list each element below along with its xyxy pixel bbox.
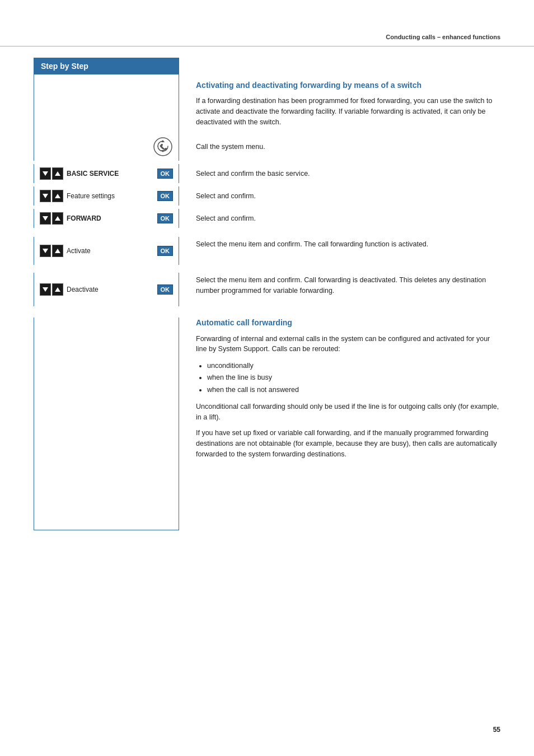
svg-marker-5 (43, 194, 48, 198)
table-row: Activate OK Select the menu item and con… (34, 237, 500, 265)
svg-marker-9 (43, 249, 48, 253)
basic-service-ok[interactable]: OK (157, 169, 174, 179)
paragraph1: Unconditional call forwarding should onl… (196, 402, 500, 423)
table-row: FORWARD OK Select and confirm. (34, 209, 500, 228)
down-arrow-feature[interactable] (40, 190, 51, 202)
down-arrow-forward[interactable] (40, 212, 51, 225)
table-row: BASIC SERVICE OK Select and confirm the … (34, 164, 500, 183)
feature-settings-ok[interactable]: OK (157, 191, 174, 201)
section2-title: Automatic call forwarding (196, 318, 500, 328)
arrow-buttons-basic[interactable] (40, 167, 63, 180)
forward-desc: Select and confirm. (179, 213, 500, 224)
system-menu-icon (153, 137, 173, 157)
page-header: Conducting calls – enhanced functions (0, 0, 534, 46)
arrow-buttons-activate[interactable] (40, 245, 63, 257)
paragraph2: If you have set up fixed or variable cal… (196, 428, 500, 459)
up-arrow-feature[interactable] (52, 190, 63, 202)
forward-label: FORWARD (67, 214, 154, 222)
arrow-buttons-forward[interactable] (40, 212, 63, 225)
bullet-list: unconditionally when the line is busy wh… (207, 360, 500, 396)
svg-marker-10 (55, 249, 60, 253)
basic-service-label: BASIC SERVICE (67, 170, 154, 178)
page-number: 55 (493, 726, 500, 734)
down-arrow-basic[interactable] (40, 167, 51, 180)
section1-intro: If a forwarding destination has been pro… (196, 96, 500, 127)
list-item: when the line is busy (207, 372, 500, 384)
svg-marker-7 (43, 216, 48, 221)
section2-intro: Forwarding of internal and external call… (196, 334, 500, 355)
basic-service-desc: Select and confirm the basic service. (179, 169, 500, 179)
down-arrow-activate[interactable] (40, 245, 51, 257)
activate-label: Activate (67, 247, 154, 255)
list-item: unconditionally (207, 360, 500, 372)
table-row: Deactivate OK Select the menu item and c… (34, 273, 500, 306)
up-arrow-activate[interactable] (52, 245, 63, 257)
svg-marker-12 (55, 287, 60, 292)
arrow-buttons-deactivate[interactable] (40, 283, 63, 296)
system-menu-desc: Call the system menu. (179, 142, 500, 152)
feature-settings-label: Feature settings (67, 192, 154, 200)
up-arrow-basic[interactable] (52, 167, 63, 180)
deactivate-label: Deactivate (67, 286, 154, 293)
arrow-buttons-feature[interactable] (40, 190, 63, 202)
section1-title: Activating and deactivating forwarding b… (196, 80, 500, 90)
up-arrow-deactivate[interactable] (52, 283, 63, 296)
list-item: when the call is not answered (207, 384, 500, 396)
deactivate-desc: Select the menu item and confirm. Call f… (179, 273, 500, 296)
activate-desc: Select the menu item and confirm. The ca… (179, 237, 500, 250)
svg-marker-3 (43, 171, 48, 176)
svg-marker-8 (55, 216, 60, 221)
svg-marker-6 (55, 194, 60, 198)
deactivate-ok[interactable]: OK (157, 284, 174, 295)
step-by-step-header: Step by Step (34, 58, 179, 74)
table-row: Feature settings OK Select and confirm. (34, 186, 500, 206)
header-title: Conducting calls – enhanced functions (386, 34, 500, 40)
forward-ok[interactable]: OK (157, 213, 174, 223)
svg-marker-4 (55, 171, 60, 176)
activate-ok[interactable]: OK (157, 246, 174, 256)
up-arrow-forward[interactable] (52, 212, 63, 225)
svg-marker-11 (43, 287, 48, 292)
down-arrow-deactivate[interactable] (40, 283, 51, 296)
step-by-step-label: Step by Step (41, 62, 88, 71)
feature-settings-desc: Select and confirm. (179, 191, 500, 202)
